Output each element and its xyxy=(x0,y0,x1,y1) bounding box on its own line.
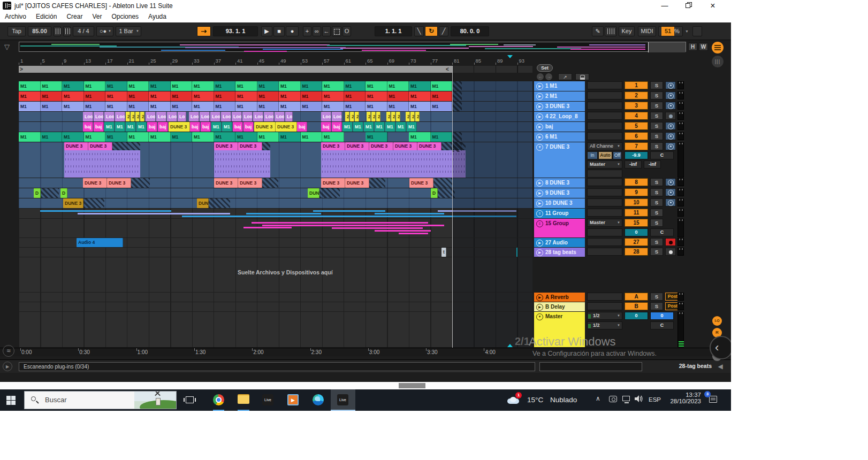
clip[interactable]: DUNE 3 xyxy=(321,142,345,150)
clip[interactable]: Loo xyxy=(83,112,93,121)
clip[interactable]: M1 xyxy=(387,102,409,111)
cue-out-dropdown[interactable]: 1/2 xyxy=(587,312,622,320)
loop-button[interactable]: ↻ xyxy=(425,26,438,36)
clip[interactable]: M1 xyxy=(322,102,344,111)
clip[interactable]: M1 xyxy=(257,102,279,111)
arrangement-position[interactable]: 93. 1. 1 xyxy=(213,26,258,36)
clip[interactable]: baj xyxy=(321,122,331,132)
network-icon[interactable] xyxy=(622,396,630,401)
clip[interactable]: DUNE 3 xyxy=(88,142,112,150)
track-row[interactable] xyxy=(19,219,532,237)
solo-button[interactable]: S xyxy=(650,209,663,217)
routing-box[interactable] xyxy=(587,188,622,196)
clip[interactable]: Loo xyxy=(242,112,253,121)
clip[interactable]: M1 xyxy=(344,102,366,111)
clip[interactable]: M1 xyxy=(84,102,106,111)
track-header-11-group[interactable]: ≡11 Group xyxy=(534,209,585,218)
track-number[interactable]: 28 xyxy=(625,248,648,256)
clip[interactable]: Loo xyxy=(146,112,156,121)
clip[interactable]: Loo xyxy=(200,112,210,121)
routing-box[interactable] xyxy=(587,293,622,301)
scrub-area-after-loop[interactable] xyxy=(452,66,532,73)
track-row[interactable] xyxy=(19,312,532,347)
routing-box[interactable] xyxy=(587,302,622,310)
clip[interactable]: M1 xyxy=(353,122,363,132)
clip[interactable]: DUNE 3 xyxy=(214,142,238,150)
output-dropdown[interactable]: Master xyxy=(587,160,622,168)
clip[interactable]: M1 xyxy=(149,91,171,101)
clip[interactable]: DUNE 3 xyxy=(83,178,107,188)
nudge-down-button[interactable] xyxy=(54,26,61,36)
clip[interactable]: M1 xyxy=(19,81,41,91)
tray-expand-caret[interactable]: ∧ xyxy=(596,395,600,402)
arm-button[interactable] xyxy=(665,178,676,186)
solo-button[interactable]: S xyxy=(650,102,663,110)
clip[interactable]: M1 xyxy=(84,91,106,101)
master-pan[interactable]: C xyxy=(650,321,674,329)
language-indicator[interactable]: ESP xyxy=(649,396,661,403)
clip[interactable]: baj xyxy=(190,122,200,132)
cpu-dropdown[interactable]: ▼ xyxy=(685,29,689,33)
solo-button[interactable]: S xyxy=(650,293,663,301)
clip[interactable]: DUNE 3 xyxy=(345,142,369,150)
clip[interactable]: M1 xyxy=(192,91,214,101)
routing-box[interactable] xyxy=(587,178,622,186)
clip[interactable]: M1 xyxy=(222,122,232,132)
clip[interactable]: M1 xyxy=(344,91,366,101)
clip[interactable]: M1 xyxy=(104,122,115,132)
time-signature-field[interactable]: 4 / 4 xyxy=(73,26,94,36)
insert-marker-bottom[interactable] xyxy=(507,344,513,347)
clip[interactable]: M1 xyxy=(344,81,366,91)
key-map-button[interactable]: Key xyxy=(619,26,635,36)
track-row[interactable]: DDDUND xyxy=(19,188,532,198)
file-explorer-icon[interactable] xyxy=(238,395,249,404)
clip[interactable]: M1 xyxy=(105,102,127,111)
back-to-arrangement-button[interactable]: ← xyxy=(322,26,331,36)
movies-tv-icon[interactable]: ▶ xyxy=(287,394,299,405)
clip[interactable]: 2 xyxy=(396,112,400,121)
clip[interactable]: DUN xyxy=(197,198,209,208)
track-header-15-group[interactable]: ≡15 Group xyxy=(534,219,585,237)
clip[interactable]: Loo xyxy=(115,112,125,121)
midi-note-body[interactable] xyxy=(214,150,270,178)
monitor-in[interactable]: In xyxy=(587,151,598,159)
routing-box[interactable] xyxy=(587,209,622,217)
midi-note-body[interactable] xyxy=(64,150,140,178)
track-number[interactable]: 27 xyxy=(625,238,648,246)
clip[interactable]: Loo xyxy=(253,112,263,121)
clip[interactable]: M1 xyxy=(214,102,236,111)
clip[interactable]: baj xyxy=(94,122,104,132)
clip[interactable]: M1 xyxy=(62,102,84,111)
clip[interactable]: M1 xyxy=(235,91,257,101)
punch-out-button[interactable]: ╱ xyxy=(439,26,448,36)
insert-marker-top[interactable] xyxy=(507,55,513,58)
clip[interactable]: 2 xyxy=(135,112,140,121)
output-dropdown[interactable]: Master xyxy=(587,219,622,227)
arrangement-overview[interactable] xyxy=(19,42,686,52)
loop-marker-button[interactable]: O xyxy=(342,26,351,36)
solo-button[interactable]: S xyxy=(650,81,663,89)
track-number[interactable]: 6 xyxy=(625,132,648,140)
arm-button[interactable] xyxy=(665,188,676,196)
loop-start-field[interactable]: 1. 1. 1 xyxy=(375,26,412,36)
track-number[interactable]: 1 xyxy=(625,81,648,89)
edge-icon[interactable] xyxy=(313,394,324,405)
track-row[interactable]: M1M1M1M1M1M1M1M1M1M1M1M1M1M1M1M1M1M1 xyxy=(19,132,532,142)
track-number[interactable]: B xyxy=(625,302,648,310)
clip[interactable]: M1 xyxy=(279,102,301,111)
clip[interactable]: M1 xyxy=(171,91,193,101)
clip[interactable]: M1 xyxy=(19,91,41,101)
pan-field[interactable]: C xyxy=(650,228,674,236)
live-active-tile[interactable]: Live xyxy=(331,389,355,411)
clip[interactable]: M1 xyxy=(366,132,387,142)
clip[interactable]: 2: xyxy=(391,112,395,121)
clip[interactable]: 2: xyxy=(140,112,144,121)
clip[interactable]: D xyxy=(60,188,67,198)
clip[interactable]: Loo xyxy=(210,112,220,121)
clip[interactable]: M1 xyxy=(41,91,63,101)
track-number[interactable]: 4 xyxy=(625,112,648,120)
clip[interactable]: 2 xyxy=(355,112,359,121)
master-out-dropdown[interactable]: 1/2 xyxy=(587,321,622,329)
clip[interactable]: M1 xyxy=(105,81,127,91)
clip[interactable]: M1 xyxy=(41,102,63,111)
